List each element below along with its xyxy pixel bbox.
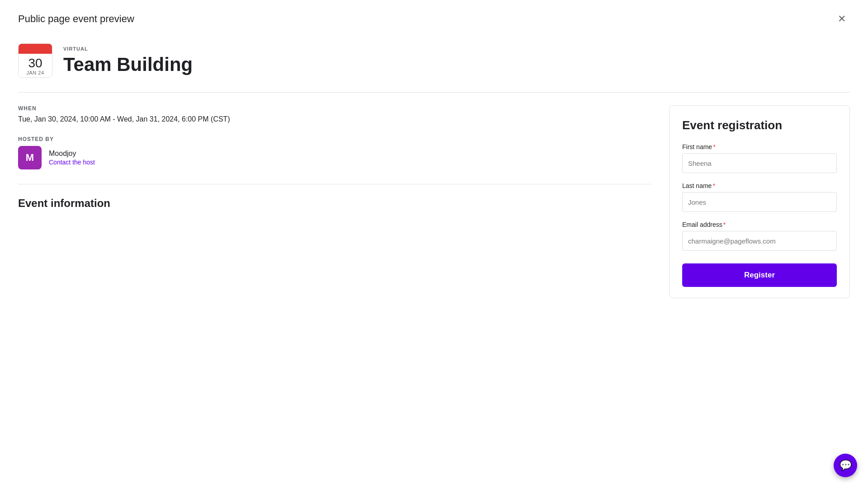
preview-modal: Public page event preview ✕ 30 JAN 24 VI… — [0, 0, 868, 488]
email-required: * — [723, 221, 726, 228]
when-label: WHEN — [18, 105, 651, 112]
last-name-input[interactable] — [682, 192, 837, 212]
modal-title: Public page event preview — [18, 13, 134, 25]
hosted-by-label: HOSTED BY — [18, 136, 651, 142]
modal-header: Public page event preview ✕ — [0, 0, 868, 34]
registration-title: Event registration — [682, 118, 837, 132]
chat-icon: 💬 — [840, 460, 852, 471]
last-name-group: Last name * — [682, 182, 837, 212]
first-name-group: First name * — [682, 143, 837, 173]
when-section: WHEN Tue, Jan 30, 2024, 10:00 AM - Wed, … — [18, 105, 651, 123]
event-columns: WHEN Tue, Jan 30, 2024, 10:00 AM - Wed, … — [18, 105, 850, 298]
close-icon: ✕ — [838, 13, 846, 25]
calendar-icon: 30 JAN 24 — [18, 43, 52, 78]
first-name-label: First name * — [682, 143, 837, 150]
host-info: Moodjoy Contact the host — [49, 150, 95, 166]
host-initial: M — [26, 152, 34, 164]
host-avatar: M — [18, 146, 42, 169]
calendar-body: 30 JAN 24 — [19, 54, 52, 78]
last-name-label: Last name * — [682, 182, 837, 189]
event-title-area: VIRTUAL Team Building — [63, 46, 850, 75]
hosted-by-section: HOSTED BY M Moodjoy Contact the host — [18, 136, 651, 169]
when-value: Tue, Jan 30, 2024, 10:00 AM - Wed, Jan 3… — [18, 115, 651, 123]
event-right-column: Event registration First name * Last nam… — [669, 105, 850, 298]
calendar-header — [19, 44, 52, 54]
first-name-input[interactable] — [682, 153, 837, 173]
chat-fab-button[interactable]: 💬 — [834, 454, 857, 477]
contact-host-link[interactable]: Contact the host — [49, 159, 95, 166]
host-card: M Moodjoy Contact the host — [18, 146, 651, 169]
event-preview-body: 30 JAN 24 VIRTUAL Team Building WHEN Tue… — [0, 34, 868, 316]
calendar-day: 30 — [28, 56, 42, 70]
event-meta-divider — [18, 92, 850, 93]
event-left-column: WHEN Tue, Jan 30, 2024, 10:00 AM - Wed, … — [18, 105, 651, 298]
event-virtual-badge: VIRTUAL — [63, 46, 850, 52]
register-button[interactable]: Register — [682, 263, 837, 287]
first-name-required: * — [713, 143, 715, 150]
email-group: Email address * — [682, 221, 837, 251]
event-name: Team Building — [63, 54, 850, 75]
calendar-month: JAN 24 — [26, 70, 44, 75]
email-label: Email address * — [682, 221, 837, 228]
section-divider — [18, 184, 651, 184]
host-name: Moodjoy — [49, 150, 95, 158]
email-input[interactable] — [682, 231, 837, 251]
event-info-heading: Event information — [18, 197, 651, 210]
event-info-section: Event information — [18, 197, 651, 210]
registration-card: Event registration First name * Last nam… — [669, 105, 850, 298]
modal-close-button[interactable]: ✕ — [834, 11, 850, 27]
last-name-required: * — [712, 182, 715, 189]
event-hero: 30 JAN 24 VIRTUAL Team Building — [18, 43, 850, 78]
